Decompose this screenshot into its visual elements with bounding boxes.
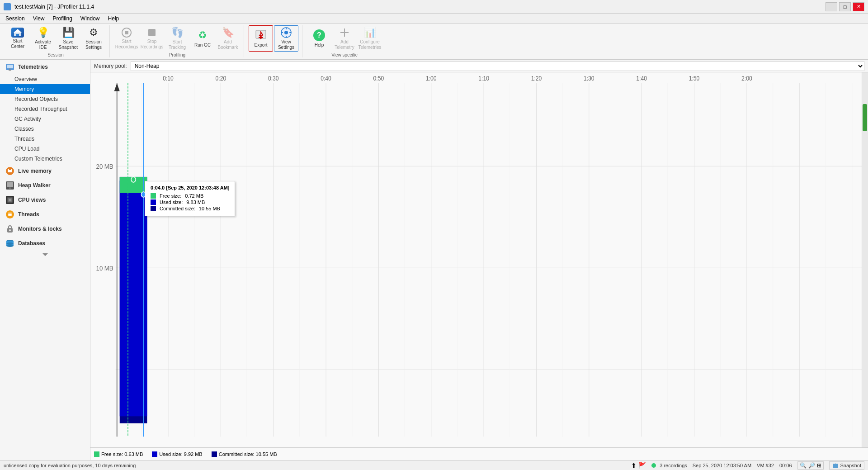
activate-ide-icon: 💡 [37,27,49,38]
stop-recordings-label: StopRecordings [141,39,164,50]
configure-telemetries-label: ConfigureTelemetries [358,39,381,50]
scrollbar-thumb[interactable] [863,104,867,131]
sidebar-item-gc-activity[interactable]: GC Activity [0,114,90,124]
sidebar-group-cpu-views[interactable]: CPU views [0,193,90,207]
heap-walker-icon [5,181,14,190]
stop-recordings-button[interactable]: StopRecordings [140,25,164,52]
sidebar-item-recorded-throughput[interactable]: Recorded Throughput [0,104,90,114]
sidebar-group-telemetries[interactable]: Telemetries [0,60,90,74]
sidebar-group-databases[interactable]: Databases [0,236,90,251]
content-area: Memory pool: Non-Heap Heap CodeHeap Meta… [90,60,868,460]
menu-help[interactable]: Help [104,14,123,23]
classes-label: Classes [14,126,34,132]
start-recordings-button[interactable]: StartRecordings [114,25,139,52]
app-icon [4,3,11,10]
legend-free-label: Free size: 0.63 MB [101,451,143,457]
svg-rect-15 [281,32,283,33]
legend-used: Used size: 9.92 MB [152,451,202,457]
snapshot-label: Snapshot [840,463,861,468]
svg-text:10 MB: 10 MB [96,264,113,272]
sidebar-item-classes[interactable]: Classes [0,124,90,134]
menu-session[interactable]: Session [2,14,28,23]
save-snapshot-label: SaveSnapshot [59,39,78,50]
stop-recordings-icon [146,27,158,38]
databases-icon [5,239,14,248]
profiling-buttons: StartRecordings StopRecordings 👣 StartTr… [114,25,240,52]
sidebar-item-recorded-objects[interactable]: Recorded Objects [0,94,90,104]
legend-committed: Committed size: 10.55 MB [212,451,277,457]
svg-rect-28 [11,169,12,171]
activate-ide-button[interactable]: 💡 ActivateIDE [31,25,55,52]
memory-label: Memory [14,86,34,92]
nav-back-button[interactable]: ⬆ [631,462,637,469]
tooltip-used-value: 9.83 MB [186,199,205,205]
snapshot-button[interactable]: Snapshot [829,461,864,470]
start-center-button[interactable]: Start Center [5,25,30,52]
run-gc-label: Run GC [194,43,211,48]
save-snapshot-button[interactable]: 💾 SaveSnapshot [56,25,80,52]
menu-view[interactable]: View [29,14,48,23]
nav-flag-button[interactable]: 🚩 [638,462,646,469]
add-bookmark-button[interactable]: 🔖 AddBookmark [216,25,240,52]
start-tracking-icon: 👣 [171,27,184,38]
sidebar-group-threads[interactable]: Threads [0,207,90,222]
chart-scrollbar[interactable] [862,72,868,447]
gc-activity-label: GC Activity [14,116,41,122]
svg-rect-5 [148,29,156,36]
status-eval-text: unlicensed copy for evaluation purposes,… [4,463,136,468]
expand-button[interactable]: ⊞ [817,462,821,469]
toolbar: Start Center 💡 ActivateIDE 💾 SaveSnapsho… [0,24,868,60]
maximize-button[interactable]: □ [839,2,851,11]
view-specific-group-label: View specific [331,52,358,57]
session-group-label: Session [47,52,64,57]
add-bookmark-label: AddBookmark [218,39,238,50]
legend-free: Free size: 0.63 MB [94,451,143,457]
svg-point-101 [131,177,136,182]
svg-rect-16 [289,32,291,33]
start-tracking-button[interactable]: 👣 StartTracking [165,25,189,52]
menu-window[interactable]: Window [77,14,104,23]
session-settings-button[interactable]: ⚙ SessionSettings [81,25,106,52]
svg-text:0:40: 0:40 [321,75,331,82]
svg-text:20 MB: 20 MB [96,162,113,170]
sidebar-item-cpu-load[interactable]: CPU Load [0,144,90,154]
export-button[interactable]: Export [249,25,273,52]
svg-rect-22 [7,65,13,68]
help-button[interactable]: ? Help [307,25,331,52]
tooltip-committed-value: 10.55 MB [199,206,220,211]
sidebar-group-heap-walker[interactable]: Heap Walker [0,178,90,193]
cpu-load-label: CPU Load [14,146,39,152]
start-center-label: Start Center [8,38,28,49]
add-telemetry-label: AddTelemetry [335,39,354,50]
sidebar-group-live-memory[interactable]: Live memory [0,164,90,178]
sidebar-item-memory[interactable]: Memory [0,84,90,94]
memory-pool-select[interactable]: Non-Heap Heap CodeHeap Metaspace [131,61,864,71]
minimize-button[interactable]: ─ [826,2,837,11]
legend-used-color [152,451,157,457]
snapshot-icon [832,462,839,469]
svg-text:2:00: 2:00 [741,75,752,82]
menu-profiling[interactable]: Profiling [49,14,76,23]
add-telemetry-button[interactable]: AddTelemetry [332,25,357,52]
status-datetime: Sep 25, 2020 12:03:50 AM [693,463,751,468]
cpu-views-label: CPU views [18,197,46,203]
run-gc-button[interactable]: ♻ Run GC [190,25,215,52]
close-button[interactable]: ✕ [853,2,864,11]
tooltip-used-label: Used size: [160,199,183,205]
sidebar-item-overview[interactable]: Overview [0,74,90,84]
sidebar-group-monitors-locks[interactable]: Monitors & locks [0,222,90,236]
sidebar-item-threads[interactable]: Threads [0,134,90,144]
toolbar-group-export: Export ViewSettings . [245,25,302,57]
zoom-button[interactable]: 🔎 [808,462,815,469]
svg-point-46 [6,244,14,247]
tooltip-committed-label: Committed size: [160,206,195,211]
status-time: 00:06 [779,463,792,468]
configure-telemetries-button[interactable]: 📊 ConfigureTelemetries [358,25,382,52]
add-bookmark-icon: 🔖 [222,27,234,38]
search-button[interactable]: 🔍 [800,462,807,469]
configure-telemetries-icon: 📊 [363,27,376,38]
start-recordings-label: StartRecordings [115,39,138,50]
window-controls[interactable]: ─ □ ✕ [826,2,864,11]
view-settings-button[interactable]: ViewSettings [274,25,298,52]
sidebar-item-custom-telemetries[interactable]: Custom Telemetries [0,154,90,164]
